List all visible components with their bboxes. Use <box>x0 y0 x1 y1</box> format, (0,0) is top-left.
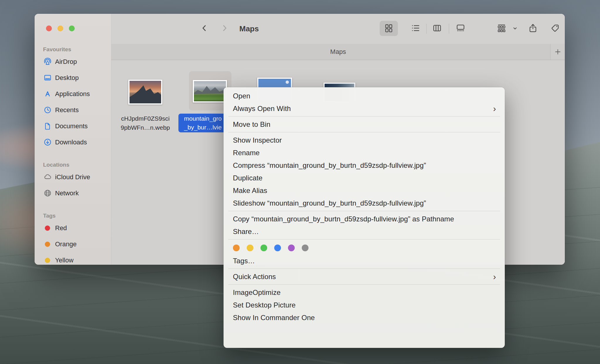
tag-dot-icon <box>43 256 52 265</box>
sidebar-item-label: Red <box>55 224 67 232</box>
minimize-button[interactable] <box>57 25 63 31</box>
menu-item-label: Quick Actions <box>233 273 276 281</box>
thumbnail-image <box>129 81 161 103</box>
menu-item-label: Duplicate <box>233 174 262 182</box>
tags-button[interactable] <box>550 22 561 34</box>
menu-separator <box>228 211 500 211</box>
gallery-view-icon <box>456 23 465 33</box>
segment-divider <box>449 24 449 34</box>
menu-item-compress-mountain-ground-by-burtn-d59zsd[interactable]: Compress “mountain_ground_by_burtn_d59zs… <box>224 159 505 172</box>
menu-item-open[interactable]: Open <box>224 90 505 102</box>
menu-item-label: Show In Commander One <box>233 314 315 322</box>
menu-item-label: Share… <box>233 228 259 236</box>
sidebar-item-applications[interactable]: Applications <box>35 86 111 102</box>
menu-item-label: Compress “mountain_ground_by_burtn_d59zs… <box>233 161 426 170</box>
back-button[interactable] <box>198 22 210 34</box>
sidebar-item-documents[interactable]: Documents <box>35 118 111 134</box>
menu-item-label: Copy “mountain_ground_by_burtn_d59zsdp-f… <box>233 215 454 223</box>
chevron-right-icon <box>220 23 229 33</box>
menu-item-rename[interactable]: Rename <box>224 146 505 159</box>
tag-color-dot[interactable] <box>233 245 240 251</box>
forward-button[interactable] <box>219 22 231 34</box>
sidebar-list: FavouritesAirDropDesktopApplicationsRece… <box>35 45 111 265</box>
zoom-button[interactable] <box>69 25 75 31</box>
sidebar-item-airdrop[interactable]: AirDrop <box>35 54 111 70</box>
file-name-selected: mountain_gro_by_bur…lvie <box>178 114 227 132</box>
tag-icon <box>551 23 560 33</box>
list-view-button[interactable] <box>410 22 421 34</box>
menu-item-duplicate[interactable]: Duplicate <box>224 172 505 184</box>
sidebar-item-network[interactable]: Network <box>35 185 111 201</box>
airdrop-icon <box>43 57 52 66</box>
tab-maps[interactable]: Maps <box>111 44 550 60</box>
close-button[interactable] <box>46 25 52 31</box>
menu-tag-colors <box>224 241 505 254</box>
window-controls <box>46 25 75 31</box>
share-icon <box>528 23 538 33</box>
recents-icon <box>43 106 52 115</box>
menu-item-label: Show Inspector <box>233 136 282 144</box>
tag-color-dot[interactable] <box>288 245 295 251</box>
thumbnail-image <box>194 81 226 101</box>
menu-item-make-alias[interactable]: Make Alias <box>224 184 505 197</box>
menu-item-show-in-commander-one[interactable]: Show In Commander One <box>224 311 505 324</box>
sidebar-item-desktop[interactable]: Desktop <box>35 70 111 86</box>
gallery-view-button[interactable] <box>455 22 466 34</box>
menu-item-show-inspector[interactable]: Show Inspector <box>224 134 505 146</box>
sidebar-item-red[interactable]: Red <box>35 220 111 236</box>
network-icon <box>43 189 52 198</box>
sidebar-item-label: iCloud Drive <box>55 173 90 181</box>
tag-color-dot[interactable] <box>274 245 281 251</box>
menu-separator <box>228 269 500 269</box>
matterhorn-sunset-thumbnail[interactable] <box>128 80 162 105</box>
menu-item-move-to-bin[interactable]: Move to Bin <box>224 118 505 131</box>
menu-item-label: Open <box>233 92 250 100</box>
sidebar-item-icloud-drive[interactable]: iCloud Drive <box>35 169 111 185</box>
menu-item-label: Move to Bin <box>233 120 270 129</box>
share-button[interactable] <box>527 22 539 34</box>
sidebar-item-label: Applications <box>55 90 90 98</box>
menu-item-tags[interactable]: Tags… <box>224 254 505 267</box>
group-by-button[interactable] <box>496 22 507 34</box>
green-alps-thumbnail[interactable] <box>193 80 227 102</box>
chevron-down-icon <box>513 26 517 31</box>
menu-item-slideshow-mountain-ground-by-burtn-d59zs[interactable]: Slideshow “mountain_ground_by_burtn_d59z… <box>224 197 505 209</box>
menu-item-always-open-with[interactable]: Always Open With› <box>224 102 505 115</box>
menu-item-label: Rename <box>233 149 260 157</box>
tag-color-dot[interactable] <box>260 245 267 251</box>
group-by-icon <box>497 23 506 33</box>
applications-icon <box>43 90 52 98</box>
tag-color-dot[interactable] <box>247 245 253 251</box>
menu-separator <box>228 116 500 117</box>
toolbar: Maps <box>111 14 565 44</box>
menu-separator <box>228 239 500 240</box>
list-view-icon <box>411 23 420 33</box>
menu-item-imageoptimize[interactable]: ImageOptimize <box>224 286 505 299</box>
window-title: Maps <box>239 14 259 44</box>
menu-item-label: Always Open With <box>233 105 291 113</box>
tag-dot-icon <box>43 240 52 249</box>
sidebar-item-yellow[interactable]: Yellow <box>35 252 111 265</box>
menu-separator <box>228 284 500 285</box>
submenu-chevron-icon: › <box>493 106 496 112</box>
desktop-icon <box>43 74 52 82</box>
sidebar-item-label: Yellow <box>55 257 74 264</box>
sidebar-item-orange[interactable]: Orange <box>35 236 111 252</box>
menu-item-set-desktop-picture[interactable]: Set Desktop Picture <box>224 299 505 311</box>
columns-view-button[interactable] <box>431 22 443 34</box>
segment-divider <box>426 24 427 34</box>
chevron-left-icon <box>200 23 209 33</box>
tag-color-dot[interactable] <box>302 245 308 251</box>
sidebar-item-downloads[interactable]: Downloads <box>35 134 111 150</box>
sidebar: FavouritesAirDropDesktopApplicationsRece… <box>35 14 111 265</box>
menu-item-share[interactable]: Share… <box>224 225 505 238</box>
menu-item-copy-mountain-ground-by-burtn-d59zsdp-fu[interactable]: Copy “mountain_ground_by_burtn_d59zsdp-f… <box>224 213 505 225</box>
new-tab-button[interactable] <box>550 44 565 60</box>
submenu-chevron-icon: › <box>493 274 496 280</box>
sidebar-item-label: Documents <box>55 122 88 130</box>
grid-view-button[interactable] <box>383 22 395 34</box>
sidebar-item-label: Downloads <box>55 139 87 146</box>
sidebar-item-label: Desktop <box>55 74 79 82</box>
menu-item-quick-actions[interactable]: Quick Actions› <box>224 270 505 283</box>
sidebar-item-recents[interactable]: Recents <box>35 102 111 118</box>
